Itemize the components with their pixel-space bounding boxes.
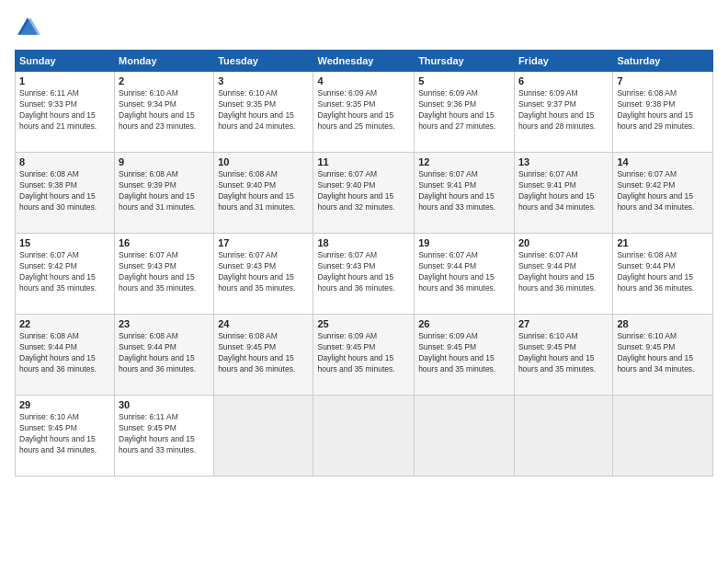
weekday-thursday: Thursday: [415, 51, 515, 72]
day-cell: 7 Sunrise: 6:08 AM Sunset: 9:38 PM Dayli…: [613, 72, 713, 153]
day-info: Sunrise: 6:09 AM Sunset: 9:35 PM Dayligh…: [317, 88, 410, 132]
day-cell: 14 Sunrise: 6:07 AM Sunset: 9:42 PM Dayl…: [613, 153, 713, 234]
day-info: Sunrise: 6:07 AM Sunset: 9:42 PM Dayligh…: [617, 169, 709, 213]
logo: [15, 15, 44, 40]
day-info: Sunrise: 6:07 AM Sunset: 9:43 PM Dayligh…: [317, 250, 410, 294]
day-cell: 19 Sunrise: 6:07 AM Sunset: 9:44 PM Dayl…: [415, 234, 515, 315]
day-cell: 10 Sunrise: 6:08 AM Sunset: 9:40 PM Dayl…: [214, 153, 313, 234]
day-number: 21: [617, 237, 709, 248]
day-cell: 6 Sunrise: 6:09 AM Sunset: 9:37 PM Dayli…: [514, 72, 612, 153]
day-number: 18: [317, 237, 410, 248]
weekday-friday: Friday: [514, 51, 612, 72]
day-info: Sunrise: 6:08 AM Sunset: 9:45 PM Dayligh…: [218, 331, 309, 375]
day-info: Sunrise: 6:10 AM Sunset: 9:45 PM Dayligh…: [19, 412, 110, 456]
day-cell: 5 Sunrise: 6:09 AM Sunset: 9:36 PM Dayli…: [415, 72, 515, 153]
day-number: 14: [617, 156, 709, 167]
day-number: 25: [317, 318, 410, 329]
day-info: Sunrise: 6:07 AM Sunset: 9:44 PM Dayligh…: [418, 250, 510, 294]
day-cell: [613, 396, 713, 477]
day-number: 3: [218, 75, 309, 86]
calendar: SundayMondayTuesdayWednesdayThursdayFrid…: [15, 50, 713, 477]
day-cell: 25 Sunrise: 6:09 AM Sunset: 9:45 PM Dayl…: [313, 315, 415, 396]
day-info: Sunrise: 6:08 AM Sunset: 9:44 PM Dayligh…: [119, 331, 210, 375]
day-number: 29: [19, 399, 110, 410]
day-number: 9: [119, 156, 210, 167]
day-number: 20: [518, 237, 609, 248]
day-info: Sunrise: 6:09 AM Sunset: 9:37 PM Dayligh…: [518, 88, 609, 132]
day-cell: 3 Sunrise: 6:10 AM Sunset: 9:35 PM Dayli…: [214, 72, 313, 153]
day-info: Sunrise: 6:10 AM Sunset: 9:45 PM Dayligh…: [518, 331, 609, 375]
week-row-5: 29 Sunrise: 6:10 AM Sunset: 9:45 PM Dayl…: [16, 396, 713, 477]
day-number: 17: [218, 237, 309, 248]
weekday-header-row: SundayMondayTuesdayWednesdayThursdayFrid…: [16, 51, 713, 72]
weekday-monday: Monday: [115, 51, 214, 72]
day-info: Sunrise: 6:07 AM Sunset: 9:43 PM Dayligh…: [119, 250, 210, 294]
day-number: 7: [617, 75, 709, 86]
day-cell: 1 Sunrise: 6:11 AM Sunset: 9:33 PM Dayli…: [16, 72, 115, 153]
day-cell: [514, 396, 612, 477]
day-cell: 28 Sunrise: 6:10 AM Sunset: 9:45 PM Dayl…: [613, 315, 713, 396]
day-number: 12: [418, 156, 510, 167]
day-cell: 29 Sunrise: 6:10 AM Sunset: 9:45 PM Dayl…: [16, 396, 115, 477]
day-info: Sunrise: 6:08 AM Sunset: 9:39 PM Dayligh…: [119, 169, 210, 213]
week-row-2: 8 Sunrise: 6:08 AM Sunset: 9:38 PM Dayli…: [16, 153, 713, 234]
day-cell: 20 Sunrise: 6:07 AM Sunset: 9:44 PM Dayl…: [514, 234, 612, 315]
day-number: 11: [317, 156, 410, 167]
day-info: Sunrise: 6:08 AM Sunset: 9:44 PM Dayligh…: [617, 250, 709, 294]
day-cell: 8 Sunrise: 6:08 AM Sunset: 9:38 PM Dayli…: [16, 153, 115, 234]
day-info: Sunrise: 6:07 AM Sunset: 9:40 PM Dayligh…: [317, 169, 410, 213]
day-number: 27: [518, 318, 609, 329]
day-cell: 15 Sunrise: 6:07 AM Sunset: 9:42 PM Dayl…: [16, 234, 115, 315]
day-number: 23: [119, 318, 210, 329]
day-info: Sunrise: 6:07 AM Sunset: 9:42 PM Dayligh…: [19, 250, 110, 294]
day-number: 2: [119, 75, 210, 86]
day-number: 26: [418, 318, 510, 329]
day-info: Sunrise: 6:11 AM Sunset: 9:45 PM Dayligh…: [119, 412, 210, 456]
day-info: Sunrise: 6:08 AM Sunset: 9:40 PM Dayligh…: [218, 169, 309, 213]
day-cell: 18 Sunrise: 6:07 AM Sunset: 9:43 PM Dayl…: [313, 234, 415, 315]
header: [15, 15, 713, 40]
day-info: Sunrise: 6:07 AM Sunset: 9:41 PM Dayligh…: [418, 169, 510, 213]
day-info: Sunrise: 6:10 AM Sunset: 9:34 PM Dayligh…: [119, 88, 210, 132]
day-number: 22: [19, 318, 110, 329]
week-row-4: 22 Sunrise: 6:08 AM Sunset: 9:44 PM Dayl…: [16, 315, 713, 396]
day-info: Sunrise: 6:09 AM Sunset: 9:36 PM Dayligh…: [418, 88, 510, 132]
logo-icon: [15, 15, 40, 40]
day-number: 30: [119, 399, 210, 410]
day-cell: [214, 396, 313, 477]
day-number: 28: [617, 318, 709, 329]
day-number: 6: [518, 75, 609, 86]
day-cell: 4 Sunrise: 6:09 AM Sunset: 9:35 PM Dayli…: [313, 72, 415, 153]
day-cell: 11 Sunrise: 6:07 AM Sunset: 9:40 PM Dayl…: [313, 153, 415, 234]
day-number: 4: [317, 75, 410, 86]
day-cell: 13 Sunrise: 6:07 AM Sunset: 9:41 PM Dayl…: [514, 153, 612, 234]
page: SundayMondayTuesdayWednesdayThursdayFrid…: [0, 0, 728, 563]
day-number: 13: [518, 156, 609, 167]
day-cell: 12 Sunrise: 6:07 AM Sunset: 9:41 PM Dayl…: [415, 153, 515, 234]
week-row-1: 1 Sunrise: 6:11 AM Sunset: 9:33 PM Dayli…: [16, 72, 713, 153]
day-info: Sunrise: 6:10 AM Sunset: 9:35 PM Dayligh…: [218, 88, 309, 132]
day-cell: 24 Sunrise: 6:08 AM Sunset: 9:45 PM Dayl…: [214, 315, 313, 396]
day-info: Sunrise: 6:09 AM Sunset: 9:45 PM Dayligh…: [418, 331, 510, 375]
day-info: Sunrise: 6:08 AM Sunset: 9:38 PM Dayligh…: [19, 169, 110, 213]
weekday-tuesday: Tuesday: [214, 51, 313, 72]
day-number: 1: [19, 75, 110, 86]
day-info: Sunrise: 6:07 AM Sunset: 9:44 PM Dayligh…: [518, 250, 609, 294]
day-number: 15: [19, 237, 110, 248]
day-cell: 17 Sunrise: 6:07 AM Sunset: 9:43 PM Dayl…: [214, 234, 313, 315]
day-cell: 22 Sunrise: 6:08 AM Sunset: 9:44 PM Dayl…: [16, 315, 115, 396]
weekday-sunday: Sunday: [16, 51, 115, 72]
day-cell: 27 Sunrise: 6:10 AM Sunset: 9:45 PM Dayl…: [514, 315, 612, 396]
day-number: 5: [418, 75, 510, 86]
week-row-3: 15 Sunrise: 6:07 AM Sunset: 9:42 PM Dayl…: [16, 234, 713, 315]
day-cell: 30 Sunrise: 6:11 AM Sunset: 9:45 PM Dayl…: [115, 396, 214, 477]
day-info: Sunrise: 6:08 AM Sunset: 9:44 PM Dayligh…: [19, 331, 110, 375]
day-info: Sunrise: 6:07 AM Sunset: 9:41 PM Dayligh…: [518, 169, 609, 213]
day-number: 19: [418, 237, 510, 248]
day-cell: 9 Sunrise: 6:08 AM Sunset: 9:39 PM Dayli…: [115, 153, 214, 234]
day-number: 8: [19, 156, 110, 167]
day-cell: [415, 396, 515, 477]
day-number: 24: [218, 318, 309, 329]
day-info: Sunrise: 6:09 AM Sunset: 9:45 PM Dayligh…: [317, 331, 410, 375]
day-info: Sunrise: 6:08 AM Sunset: 9:38 PM Dayligh…: [617, 88, 709, 132]
